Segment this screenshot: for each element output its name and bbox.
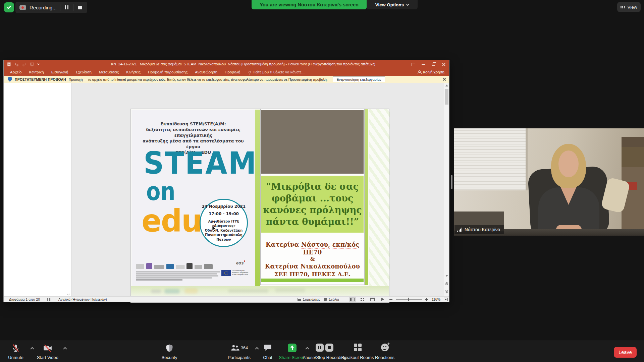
author-line-1: Κατερίνα Νάστου, εκπ/κός ΠΕ70 xyxy=(261,241,364,256)
view-options-dropdown[interactable]: View Options xyxy=(367,0,418,9)
tell-me-box[interactable]: Πείτε μου τι θέλετε να κάνετε... xyxy=(244,70,305,74)
start-video-button[interactable]: Start Video xyxy=(33,343,63,361)
eu-cofunded-text: Co-funded by the Erasmus+ Programme of t… xyxy=(232,270,248,276)
tell-me-label: Πείτε μου τι θέλετε να κάνετε... xyxy=(253,70,305,74)
redo-icon[interactable] xyxy=(22,62,26,66)
ppt-title-bar: KN_24-11-2021_ Μικρόβια δε σας φοβάμαι_S… xyxy=(4,60,449,68)
qat-customize-icon[interactable] xyxy=(37,63,40,65)
notes-toggle[interactable]: Σημειώσεις xyxy=(298,297,320,301)
breakout-rooms-icon xyxy=(354,344,362,351)
unmute-button[interactable]: Unmute xyxy=(2,343,29,361)
author-line-3: ΣΕΕ ΠΕ70, ΠΕΚΕΣ Δ.Ε. xyxy=(261,270,364,278)
recording-label: Recording... xyxy=(30,5,57,10)
normal-view-button[interactable] xyxy=(349,297,356,302)
reactions-smiley-icon xyxy=(381,344,389,351)
enable-editing-button[interactable]: Ενεργοποίηση επεξεργασίας xyxy=(333,76,385,82)
reading-view-button[interactable] xyxy=(369,297,376,302)
grid-view-icon xyxy=(621,6,622,7)
person-face xyxy=(558,150,579,177)
tab-design[interactable]: Σχεδίαση xyxy=(72,68,95,76)
scroll-up-icon[interactable] xyxy=(445,84,448,86)
video-options-chevron[interactable] xyxy=(63,347,67,351)
comments-toggle[interactable]: Σχόλια xyxy=(324,297,339,301)
author-ampersand: & xyxy=(261,256,364,262)
tab-insert[interactable]: Εισαγωγή xyxy=(48,68,72,76)
event-info-circle: 24 Νοεμβρίου 2021 17:00 - 19:00 Αμφιθέατ… xyxy=(200,199,248,247)
proofing-icon[interactable] xyxy=(47,298,51,301)
divider xyxy=(60,4,60,11)
view-button[interactable]: View xyxy=(617,2,641,12)
security-button[interactable]: Security xyxy=(153,343,186,361)
edu-logo-text: edu xyxy=(142,205,202,236)
slide-sorter-view-button[interactable] xyxy=(359,297,366,302)
partner-logos xyxy=(136,261,233,269)
leave-button[interactable]: Leave xyxy=(614,347,637,358)
zoom-out-button[interactable] xyxy=(389,299,392,300)
pause-recording-icon xyxy=(316,344,324,352)
restore-button[interactable] xyxy=(428,60,438,68)
participant-name: Νάστου Κατερίνα xyxy=(465,227,500,232)
next-slide-button[interactable] xyxy=(444,290,449,293)
undo-icon[interactable] xyxy=(14,62,19,66)
pause-recording-button[interactable] xyxy=(64,4,70,11)
check-icon xyxy=(7,5,11,9)
start-slideshow-icon[interactable] xyxy=(30,62,34,66)
participants-icon xyxy=(230,344,239,352)
protected-view-close-icon[interactable] xyxy=(442,77,446,81)
zoom-in-button[interactable] xyxy=(425,298,428,301)
ribbon-display-options-button[interactable] xyxy=(408,60,418,68)
zoom-slider-thumb[interactable] xyxy=(408,298,409,301)
save-icon[interactable] xyxy=(7,62,11,66)
document-scrollbar[interactable] xyxy=(444,83,449,296)
tab-animations[interactable]: Κινήσεις xyxy=(122,68,144,76)
minimize-button[interactable] xyxy=(418,60,428,68)
tab-slideshow[interactable]: Προβολή παρουσίασης xyxy=(144,68,191,76)
tab-transitions[interactable]: Μεταβάσεις xyxy=(95,68,122,76)
share-label: Κοινή χρήση xyxy=(423,70,444,74)
tab-view[interactable]: Προβολή xyxy=(221,68,244,76)
slide-thumbnails-panel[interactable] xyxy=(4,83,71,296)
ppt-ribbon-tabs: Αρχείο Κεντρική Εισαγωγή Σχεδίαση Μεταβά… xyxy=(4,68,449,76)
stop-recording-button[interactable] xyxy=(78,6,82,9)
language-indicator[interactable]: Αγγλικά (Ηνωμένων Πολιτειών) xyxy=(58,297,107,301)
video-panel-drag-handle[interactable] xyxy=(451,175,452,189)
tab-review[interactable]: Αναθεώρηση xyxy=(191,68,221,76)
panel-scroll-down-icon[interactable] xyxy=(67,293,70,295)
scrollbar-thumb[interactable] xyxy=(445,89,448,105)
event-venue: Αμφιθέατρο ΙΤΥΕ «Διόφαντος» xyxy=(201,219,247,228)
steam-logo-text: STEAM xyxy=(144,148,257,178)
event-campus: Πανεπιστημιούπολη Πατρών xyxy=(201,233,247,242)
protected-view-bar: ΠΡΟΣΤΑΤΕΥΜΕΝΗ ΠΡΟΒΟΛΗ Προσοχή — τα αρχεί… xyxy=(4,76,449,83)
tab-file[interactable]: Αρχείο xyxy=(6,68,25,76)
event-time: 17:00 - 19:00 xyxy=(209,212,239,216)
reactions-label: Reactions xyxy=(375,355,394,360)
camera-off-icon xyxy=(43,344,52,353)
slide-quote-text: "Μικρόβια δε σας φοβάμαι ...τους κανόνες… xyxy=(261,176,364,233)
scroll-down-icon[interactable] xyxy=(444,275,449,277)
eu-flag-icon xyxy=(221,270,231,276)
share-button[interactable]: Κοινή χρήση xyxy=(418,70,444,74)
close-button[interactable] xyxy=(438,60,448,68)
lightbulb-icon xyxy=(249,71,251,73)
reactions-button[interactable]: Reactions xyxy=(368,343,401,361)
fit-to-window-button[interactable] xyxy=(444,298,448,301)
tab-home[interactable]: Κεντρική xyxy=(25,68,47,76)
event-date: 24 Νοεμβρίου 2021 xyxy=(202,204,246,209)
stop-recording-icon xyxy=(325,344,333,352)
quick-access-toolbar xyxy=(7,62,39,66)
eos-logo: eos xyxy=(236,260,245,265)
security-shield-icon xyxy=(165,344,174,353)
signal-bars-icon xyxy=(457,228,462,232)
chat-bubble-icon xyxy=(264,344,272,352)
slideshow-view-button[interactable] xyxy=(379,297,386,302)
zoom-slider[interactable] xyxy=(396,299,422,300)
slide-canvas: Εκπαίδευση STEM/STE(A)M: δεξιότητες εκπα… xyxy=(130,109,389,303)
window-blinds xyxy=(454,128,528,190)
chevron-down-icon xyxy=(406,3,410,6)
notes-icon xyxy=(298,298,301,301)
previous-slide-button[interactable] xyxy=(444,282,449,285)
poster-panel: Εκπαίδευση STEM/STE(A)M: δεξιότητες εκπα… xyxy=(131,110,255,287)
chat-label: Chat xyxy=(263,355,272,360)
divider xyxy=(73,4,73,11)
zoom-percentage[interactable]: 116% xyxy=(432,297,440,301)
